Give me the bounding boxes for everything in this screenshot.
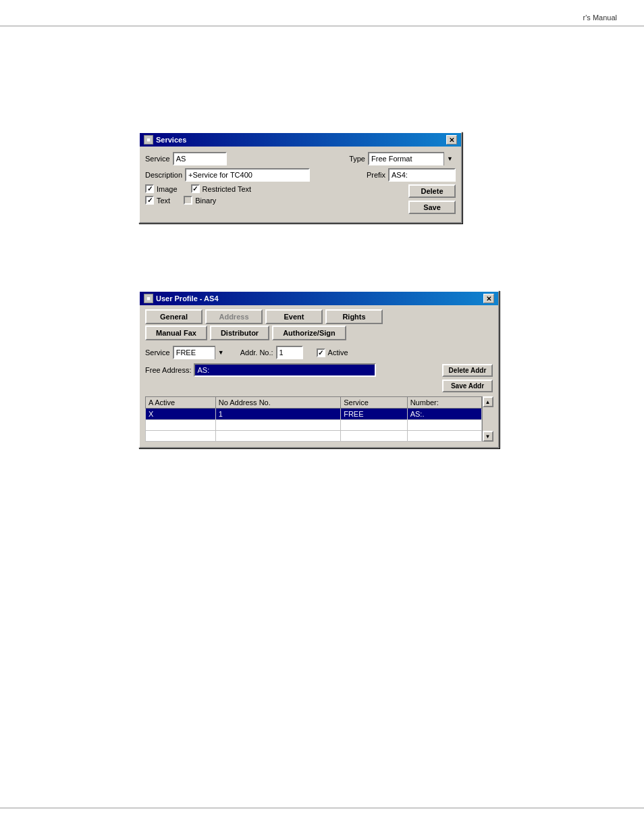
service-input[interactable]: [173, 152, 227, 165]
tab-rights[interactable]: Rights: [325, 309, 383, 324]
header-text: r's Manual: [583, 14, 617, 22]
text-checkbox[interactable]: ✓ Text: [145, 196, 170, 205]
services-close-button[interactable]: ✕: [446, 135, 457, 145]
up-service-dropdown-arrow[interactable]: ▼: [215, 346, 227, 359]
binary-checkbox-label: Binary: [195, 197, 216, 205]
cell-no: 1: [215, 409, 340, 420]
description-label: Description: [145, 171, 182, 179]
scroll-up-button[interactable]: ▲: [483, 396, 493, 407]
user-profile-close-button[interactable]: ✕: [483, 294, 494, 303]
save-addr-row: Save Addr: [145, 380, 493, 392]
services-content: Service Type ▼ Description Prefix ✓: [140, 147, 461, 222]
free-address-row: Free Address: Delete Addr: [145, 363, 493, 377]
cell-number: [407, 431, 481, 442]
user-profile-title-bar: ■ User Profile - AS4 ✕: [140, 292, 498, 305]
tab-row-1: General Address Event Rights: [145, 309, 493, 324]
address-table-container: A Active No Address No. Service Number: …: [145, 396, 493, 442]
cell-service: [341, 431, 407, 442]
save-addr-button[interactable]: Save Addr: [442, 380, 493, 392]
addr-no-input[interactable]: [276, 346, 303, 359]
save-button[interactable]: Save: [408, 201, 456, 214]
free-address-label: Free Address:: [145, 366, 191, 374]
up-service-label: Service: [145, 348, 170, 357]
active-checkbox[interactable]: ✓ Active: [317, 348, 348, 357]
tab-event[interactable]: Event: [265, 309, 323, 324]
restricted-text-checkbox[interactable]: ✓ Restricted Text: [191, 184, 252, 193]
user-profile-content: General Address Event Rights Manual Fax …: [140, 305, 498, 447]
table-row[interactable]: [146, 420, 482, 431]
services-row3: ✓ Image ✓ Restricted Text ✓ Text: [145, 184, 456, 214]
scroll-down-button[interactable]: ▼: [483, 431, 493, 442]
services-row2: Description Prefix: [145, 168, 456, 182]
col-no: No Address No.: [215, 397, 340, 409]
tab-address[interactable]: Address: [205, 309, 263, 324]
free-address-input[interactable]: [194, 363, 376, 377]
col-service: Service: [341, 397, 407, 409]
addr-no-label: Addr. No.:: [240, 348, 273, 357]
user-profile-title: ■ User Profile - AS4: [144, 294, 219, 303]
table-header-row: A Active No Address No. Service Number:: [146, 397, 482, 409]
tab-distributor[interactable]: Distributor: [210, 325, 269, 340]
tab-row-2: Manual Fax Distributor Authorize/Sign: [145, 325, 493, 340]
tab-manual-fax[interactable]: Manual Fax: [145, 325, 207, 340]
service-label: Service: [145, 155, 170, 163]
binary-checkbox-box[interactable]: [184, 196, 192, 205]
tab-general[interactable]: General: [145, 309, 203, 324]
address-table: A Active No Address No. Service Number: …: [145, 396, 482, 442]
text-checkbox-box[interactable]: ✓: [145, 196, 154, 205]
description-input[interactable]: [185, 168, 310, 182]
cell-active: [146, 420, 216, 431]
binary-checkbox[interactable]: Binary: [184, 196, 216, 205]
services-title-bar: ■ Services ✕: [140, 133, 461, 147]
services-row1: Service Type ▼: [145, 152, 456, 165]
type-dropdown-arrow[interactable]: ▼: [444, 152, 456, 165]
service-row: Service ▼ Addr. No.: ✓ Active: [145, 346, 493, 359]
restricted-text-checkbox-box[interactable]: ✓: [191, 184, 200, 193]
restricted-text-label: Restricted Text: [203, 185, 252, 193]
active-label: Active: [328, 348, 348, 357]
cell-number: AS:.: [407, 409, 481, 420]
prefix-input[interactable]: [388, 168, 456, 182]
tab-authorize-sign[interactable]: Authorize/Sign: [272, 325, 346, 340]
delete-addr-button[interactable]: Delete Addr: [442, 364, 493, 377]
image-checkbox[interactable]: ✓ Image: [145, 184, 178, 193]
cell-no: [215, 420, 340, 431]
prefix-label: Prefix: [367, 171, 385, 179]
table-scrollbar[interactable]: ▲ ▼: [482, 396, 493, 442]
user-profile-dialog: ■ User Profile - AS4 ✕ General Address E…: [138, 290, 500, 448]
cell-no: [215, 431, 340, 442]
cell-active: [146, 431, 216, 442]
user-profile-icon: ■: [144, 294, 153, 303]
cell-service: [341, 420, 407, 431]
type-label: Type: [349, 155, 365, 163]
col-active: A Active: [146, 397, 216, 409]
services-dialog: ■ Services ✕ Service Type ▼ Description …: [138, 132, 462, 224]
table-row[interactable]: [146, 431, 482, 442]
cell-service: FREE: [341, 409, 407, 420]
type-input[interactable]: [368, 152, 456, 165]
col-number: Number:: [407, 397, 481, 409]
image-checkbox-label: Image: [157, 185, 178, 193]
cell-number: [407, 420, 481, 431]
table-row[interactable]: X 1 FREE AS:.: [146, 409, 482, 420]
cell-active: X: [146, 409, 216, 420]
delete-button[interactable]: Delete: [408, 184, 456, 198]
services-title: ■ Services: [144, 135, 186, 145]
header-line: [0, 26, 644, 26]
active-checkbox-box[interactable]: ✓: [317, 348, 325, 357]
text-checkbox-label: Text: [157, 197, 170, 205]
image-checkbox-box[interactable]: ✓: [145, 184, 154, 193]
footer-line: [0, 808, 644, 808]
services-icon: ■: [144, 135, 153, 145]
